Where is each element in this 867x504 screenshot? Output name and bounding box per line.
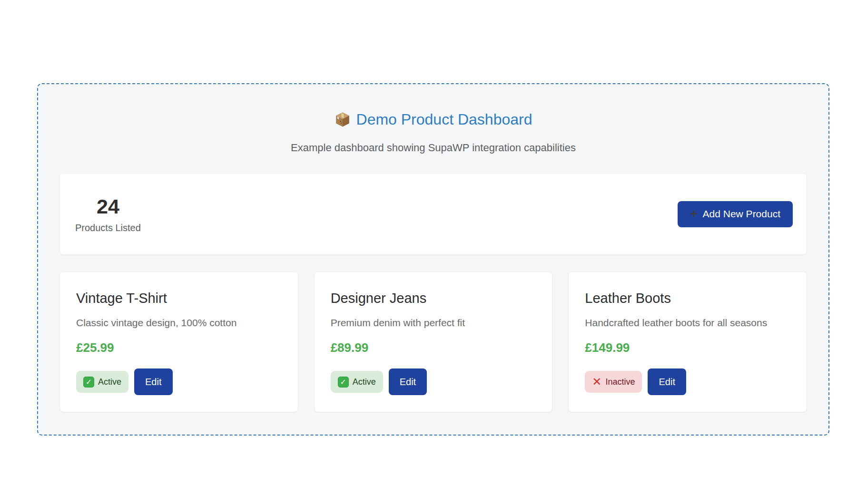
package-icon	[335, 111, 351, 127]
status-label: Inactive	[605, 377, 635, 387]
page-title: Demo Product Dashboard	[335, 110, 532, 129]
status-badge: ✕ Inactive	[585, 371, 642, 393]
product-price: £149.99	[585, 340, 790, 355]
stats-bar: 24 Products Listed + Add New Product	[59, 173, 807, 255]
check-icon: ✓	[83, 377, 94, 388]
cross-icon: ✕	[592, 376, 601, 388]
edit-button[interactable]: Edit	[134, 368, 172, 395]
product-card-leather-boots: Leather Boots Handcrafted leather boots …	[568, 271, 807, 412]
product-description: Classic vintage design, 100% cotton	[76, 317, 282, 329]
edit-button[interactable]: Edit	[389, 368, 427, 395]
add-new-product-button[interactable]: + Add New Product	[678, 201, 793, 227]
product-grid: Vintage T-Shirt Classic vintage design, …	[59, 271, 807, 412]
products-count-stat: 24 Products Listed	[75, 195, 141, 233]
product-actions: ✕ Inactive Edit	[585, 368, 790, 395]
page-subtitle: Example dashboard showing SupaWP integra…	[59, 142, 807, 154]
products-count-label: Products Listed	[75, 223, 141, 233]
plus-icon: +	[690, 207, 697, 220]
product-name: Designer Jeans	[331, 290, 536, 306]
status-label: Active	[353, 377, 376, 387]
product-actions: ✓ Active Edit	[331, 368, 536, 395]
dashboard-container: Demo Product Dashboard Example dashboard…	[37, 83, 829, 436]
check-icon: ✓	[338, 377, 349, 388]
product-price: £89.99	[331, 340, 536, 355]
edit-button[interactable]: Edit	[648, 368, 686, 395]
product-actions: ✓ Active Edit	[76, 368, 282, 395]
status-badge: ✓ Active	[331, 371, 383, 393]
product-card-vintage-t-shirt: Vintage T-Shirt Classic vintage design, …	[59, 271, 298, 412]
product-description: Premium denim with perfect fit	[331, 317, 536, 329]
product-description: Handcrafted leather boots for all season…	[585, 317, 790, 329]
add-new-product-label: Add New Product	[703, 208, 780, 220]
status-label: Active	[98, 377, 121, 387]
product-name: Vintage T-Shirt	[76, 290, 282, 306]
product-name: Leather Boots	[585, 290, 790, 306]
product-price: £25.99	[76, 340, 282, 355]
product-card-designer-jeans: Designer Jeans Premium denim with perfec…	[314, 271, 553, 412]
page-title-text: Demo Product Dashboard	[356, 110, 532, 129]
products-count-value: 24	[75, 195, 141, 218]
status-badge: ✓ Active	[76, 371, 128, 393]
dashboard-header: Demo Product Dashboard Example dashboard…	[59, 110, 807, 154]
